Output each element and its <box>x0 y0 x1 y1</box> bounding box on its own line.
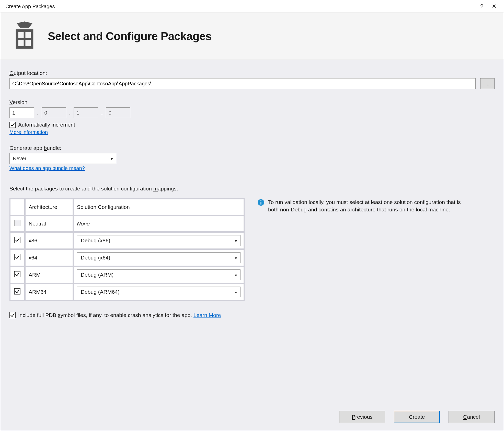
cancel-button[interactable]: Cancel <box>449 411 495 423</box>
architecture-cell: ARM64 <box>25 284 73 300</box>
architecture-cell: x64 <box>25 249 73 266</box>
auto-increment-label: Automatically increment <box>18 122 75 128</box>
chevron-down-icon: ▼ <box>110 157 113 161</box>
previous-button[interactable]: Previous <box>339 411 385 423</box>
solution-config-value: Debug (x86) <box>81 237 110 244</box>
dialog-window: Create App Packages ? ✕ Select and Confi… <box>0 0 504 431</box>
table-row: NeutralNone <box>10 216 244 232</box>
browse-button[interactable]: ... <box>480 78 495 89</box>
table-row: x64Debug (x64)▼ <box>10 249 244 266</box>
package-row-checkbox <box>14 220 20 226</box>
chevron-down-icon: ▼ <box>234 290 238 294</box>
svg-rect-3 <box>25 32 31 38</box>
wizard-header: Select and Configure Packages <box>0 13 504 60</box>
version-label: Version: <box>9 99 495 105</box>
solution-config-dropdown[interactable]: Debug (x64)▼ <box>77 252 240 263</box>
checkmark-icon <box>10 312 15 318</box>
output-location-input[interactable] <box>9 78 476 89</box>
architecture-cell: ARM <box>25 267 73 283</box>
svg-rect-5 <box>25 40 31 46</box>
packages-table: Architecture Solution Configuration Neut… <box>9 198 245 301</box>
package-row-checkbox[interactable] <box>14 288 20 294</box>
version-major-input[interactable] <box>9 107 34 118</box>
solution-config-value: Debug (ARM) <box>81 272 113 278</box>
chevron-down-icon: ▼ <box>234 239 238 243</box>
close-icon: ✕ <box>492 3 496 10</box>
checkmark-icon <box>15 254 20 260</box>
window-title: Create App Packages <box>5 4 476 9</box>
package-icon <box>10 21 39 51</box>
close-button[interactable]: ✕ <box>488 2 500 11</box>
svg-rect-2 <box>18 32 24 38</box>
solution-config-dropdown[interactable]: Debug (x86)▼ <box>77 235 240 246</box>
wizard-body: Output location: ... Version: . . . Auto… <box>0 60 504 411</box>
svg-point-8 <box>260 200 261 201</box>
page-heading: Select and Configure Packages <box>48 30 212 43</box>
package-row-checkbox[interactable] <box>14 271 20 277</box>
bundle-label: Generate app bundle: <box>9 145 495 151</box>
svg-rect-7 <box>260 202 261 205</box>
version-minor-input[interactable] <box>42 107 66 118</box>
version-more-info-link[interactable]: More information <box>9 129 495 135</box>
ellipsis-icon: ... <box>485 81 490 87</box>
validation-info-text: To run validation locally, you must sele… <box>268 198 469 213</box>
wizard-footer: Previous Create Cancel <box>0 411 504 431</box>
solution-config-dropdown[interactable]: Debug (ARM)▼ <box>77 269 240 280</box>
checkmark-icon <box>15 271 20 277</box>
bundle-help-link[interactable]: What does an app bundle mean? <box>9 165 495 171</box>
chevron-down-icon: ▼ <box>234 256 238 260</box>
col-architecture-header: Architecture <box>25 199 73 215</box>
table-row: x86Debug (x86)▼ <box>10 232 244 249</box>
titlebar: Create App Packages ? ✕ <box>0 0 504 13</box>
svg-marker-0 <box>17 21 32 28</box>
solution-config-value: Debug (ARM64) <box>81 289 120 295</box>
checkmark-icon <box>15 289 20 294</box>
solution-config-dropdown[interactable]: Debug (ARM64)▼ <box>77 287 240 297</box>
architecture-cell: x86 <box>25 232 73 249</box>
checkmark-icon <box>10 122 15 128</box>
help-button[interactable]: ? <box>476 2 488 11</box>
table-header-row: Architecture Solution Configuration <box>10 199 244 215</box>
pdb-learn-more-link[interactable]: Learn More <box>193 312 221 318</box>
package-row-checkbox[interactable] <box>14 237 20 243</box>
info-icon <box>257 199 265 206</box>
help-icon: ? <box>480 3 483 10</box>
architecture-cell: Neutral <box>25 216 73 232</box>
version-build-input[interactable] <box>74 107 98 118</box>
include-pdb-checkbox[interactable] <box>9 312 16 318</box>
auto-increment-checkbox[interactable] <box>9 122 16 128</box>
solution-config-none: None <box>77 221 90 226</box>
package-row-checkbox[interactable] <box>14 254 20 260</box>
output-location-label: Output location: <box>9 70 495 76</box>
bundle-dropdown-value: Never <box>13 156 26 162</box>
col-solution-header: Solution Configuration <box>74 199 244 215</box>
include-pdb-label: Include full PDB symbol files, if any, t… <box>18 312 221 318</box>
create-button[interactable]: Create <box>394 411 440 423</box>
bundle-dropdown[interactable]: Never ▼ <box>9 153 116 164</box>
table-row: ARMDebug (ARM)▼ <box>10 267 244 283</box>
checkmark-icon <box>15 237 20 243</box>
validation-info-panel: To run validation locally, you must sele… <box>257 198 469 301</box>
svg-rect-4 <box>18 40 24 46</box>
table-row: ARM64Debug (ARM64)▼ <box>10 284 244 300</box>
chevron-down-icon: ▼ <box>234 273 238 277</box>
packages-instruction: Select the packages to create and the so… <box>9 186 495 192</box>
version-revision-input[interactable] <box>106 107 130 118</box>
solution-config-value: Debug (x64) <box>81 255 110 261</box>
